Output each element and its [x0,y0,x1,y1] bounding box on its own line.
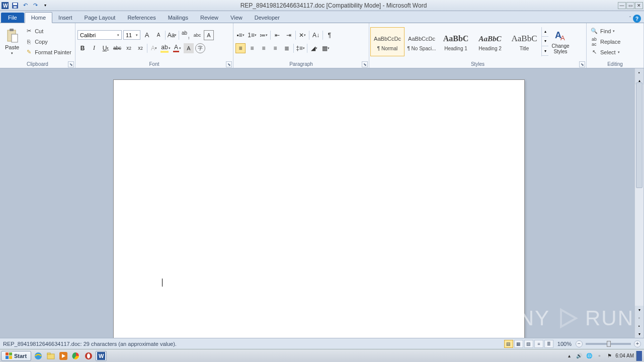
tab-references[interactable]: References [121,13,162,23]
multilevel-list-button[interactable]: ≔▾ [259,30,269,40]
scroll-thumb[interactable] [636,82,642,188]
styles-row-up[interactable]: ▴ [542,27,548,37]
help-icon[interactable]: ? [633,15,641,23]
styles-row-down[interactable]: ▾ [542,37,548,46]
justify-button[interactable]: ≡ [270,43,280,53]
tab-home[interactable]: Home [25,12,52,23]
paragraph-launcher[interactable]: ⬊ [362,61,368,67]
align-left-button[interactable]: ≡ [235,43,246,53]
view-draft[interactable]: ≣ [544,340,553,348]
tab-insert[interactable]: Insert [52,13,78,23]
change-case-button[interactable]: Aa▾ [167,30,177,40]
zoom-out-button[interactable]: − [576,340,583,347]
styles-expand[interactable]: ▾ [542,46,548,56]
taskbar-media-player-icon[interactable] [58,351,69,361]
align-right-button[interactable]: ≡ [259,43,269,53]
view-web-layout[interactable]: ▧ [524,340,533,348]
superscript-toggle-icon[interactable]: ab↕ [181,30,191,40]
distributed-button[interactable]: ≣ [282,43,292,53]
scroll-down-button[interactable]: ▾ [635,306,643,314]
grow-font-button[interactable]: A [142,30,152,40]
document-page[interactable] [113,79,525,338]
font-name-combo[interactable]: Calibri▾ [77,30,122,40]
highlight-button[interactable]: ab▾ [160,43,171,53]
start-button[interactable]: Start [1,351,31,361]
font-color-button[interactable]: A▾ [172,43,182,53]
view-print-layout[interactable]: ▤ [504,340,513,348]
tab-mailings[interactable]: Mailings [162,13,194,23]
italic-button[interactable]: I [89,43,99,53]
superscript-button[interactable]: x2 [135,43,145,53]
taskbar-word-icon[interactable]: W [96,351,107,361]
tray-action-icon[interactable]: ▫ [595,352,603,360]
bullets-button[interactable]: ▪≡▾ [235,30,246,40]
minimize-ribbon-icon[interactable]: ˆ [629,16,631,22]
font-launcher[interactable]: ⬊ [226,61,232,67]
qat-customize-icon[interactable]: ▾ [41,2,49,10]
tray-show-desktop[interactable] [636,351,642,361]
shading-button[interactable]: ◢▾ [309,43,319,53]
font-size-combo[interactable]: 11▾ [123,30,140,40]
text-effects-button[interactable]: A▾ [149,43,159,53]
character-shading-button[interactable]: A [184,43,194,53]
zoom-level[interactable]: 100% [557,341,572,347]
zoom-in-button[interactable]: + [634,340,641,347]
replace-button[interactable]: abacReplace [589,37,622,47]
phonetic-guide-icon[interactable]: abc [192,30,202,40]
select-browse-object[interactable]: ▪ [635,322,643,330]
show-hide-button[interactable]: ¶ [325,30,335,40]
tab-file[interactable]: File [1,13,24,23]
view-full-screen[interactable]: ▦ [514,340,523,348]
tab-page-layout[interactable]: Page Layout [78,13,122,23]
undo-icon[interactable]: ↶ [21,2,29,10]
taskbar-ie-icon[interactable] [33,351,44,361]
taskbar-explorer-icon[interactable] [45,351,56,361]
maximize-button[interactable]: ▭ [626,2,634,9]
change-styles-button[interactable]: AA Change Styles [548,28,573,55]
object-browse-icon[interactable]: ▪ [635,68,643,76]
save-icon[interactable] [11,2,19,10]
style-title[interactable]: AaBbC Title [507,27,541,56]
borders-button[interactable]: ▦▾ [320,43,331,53]
cut-button[interactable]: ✂Cut [23,26,73,36]
underline-button[interactable]: U▾ [101,43,111,53]
vertical-scrollbar[interactable]: ▪ ▴ ▾ ◦ ▪ ▾ [634,68,643,338]
style-heading-1[interactable]: AaBbC Heading 1 [439,27,473,56]
decrease-indent-button[interactable]: ⇤ [272,30,282,40]
tray-show-hidden-icon[interactable]: ▴ [565,352,573,360]
view-outline[interactable]: ≡ [534,340,543,348]
copy-button[interactable]: ⎘Copy [23,37,73,47]
prev-page-button[interactable]: ◦ [635,314,643,322]
select-button[interactable]: ↖Select▾ [589,47,622,57]
style-heading-2[interactable]: AaBbC Heading 2 [473,27,507,56]
strikethrough-button[interactable]: abc [112,43,122,53]
format-painter-button[interactable]: ✎Format Painter [23,47,73,57]
paste-button[interactable]: Paste ▾ [2,27,22,56]
taskbar-opera-icon[interactable] [83,351,94,361]
find-button[interactable]: 🔍Find▾ [589,26,622,36]
next-page-button[interactable]: ▾ [635,330,643,338]
subscript-button[interactable]: x2 [124,43,134,53]
numbering-button[interactable]: 1≡▾ [247,30,257,40]
tray-volume-icon[interactable]: 🔊 [575,352,583,360]
zoom-slider-thumb[interactable] [607,341,611,347]
shrink-font-button[interactable]: A [153,30,164,40]
minimize-button[interactable]: — [618,2,626,9]
tab-developer[interactable]: Developer [249,13,286,23]
tray-network-icon[interactable]: 🌐 [585,352,593,360]
tab-view[interactable]: View [224,13,249,23]
style-no-spacing[interactable]: AaBbCcDc ¶ No Spaci... [405,27,439,56]
styles-launcher[interactable]: ⬊ [579,61,585,67]
increase-indent-button[interactable]: ⇥ [284,30,294,40]
clipboard-launcher[interactable]: ⬊ [68,61,74,67]
character-border-button[interactable]: A [204,30,214,40]
line-spacing-button[interactable]: ‡≡▾ [295,43,305,53]
enclose-characters-button[interactable]: 字 [195,43,205,53]
taskbar-chrome-icon[interactable] [70,351,82,361]
document-area[interactable] [0,68,634,338]
asian-layout-button[interactable]: ✕▾ [297,30,307,40]
zoom-slider[interactable] [586,343,631,345]
tray-flag-icon[interactable]: ⚑ [605,352,613,360]
close-button[interactable]: ✕ [635,2,643,9]
bold-button[interactable]: B [77,43,88,53]
